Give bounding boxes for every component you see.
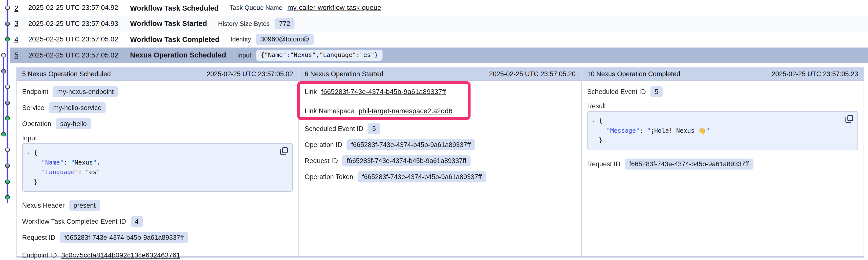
timeline-event-dot[interactable] bbox=[5, 84, 10, 89]
panel-nexus-operation-started: 6 Nexus Operation Started 2025-02-25 UTC… bbox=[299, 67, 582, 256]
field-value-badge: say-hello bbox=[56, 118, 91, 129]
timeline-event-dot[interactable] bbox=[1, 69, 6, 74]
event-name: Nexus Operation Scheduled bbox=[130, 51, 226, 59]
event-attr-label: Input bbox=[237, 51, 251, 58]
event-attr-label: History Size Bytes bbox=[218, 20, 270, 27]
field-value-badge: f665283f-743e-4374-b45b-9a61a89337ff bbox=[342, 155, 471, 166]
event-id-link[interactable]: 4 bbox=[14, 35, 23, 44]
panel-timestamp: 2025-02-25 UTC 23:57:05.20 bbox=[489, 70, 576, 77]
timeline-event-dot[interactable] bbox=[5, 163, 10, 168]
panel-header[interactable]: 5 Nexus Operation Scheduled 2025-02-25 U… bbox=[17, 67, 299, 81]
field-label: Input bbox=[22, 134, 37, 142]
event-attr-label: Task Queue Name bbox=[229, 4, 282, 11]
field-operation-id: Operation ID f665283f-743e-4374-b45b-9a6… bbox=[305, 139, 576, 150]
field-operation: Operation say-hello bbox=[22, 118, 293, 129]
timeline-event-dot[interactable] bbox=[5, 116, 10, 120]
field-service: Service my-hello-service bbox=[22, 102, 293, 113]
field-value-badge: my-nexus-endpoint bbox=[53, 86, 118, 97]
link-value-link[interactable]: f665283f-743e-4374-b45b-9a61a89337ff bbox=[321, 88, 446, 96]
field-label: Endpoint ID bbox=[22, 251, 57, 259]
timeline-event-dot[interactable] bbox=[5, 37, 10, 41]
panel-title: 10 Nexus Operation Completed bbox=[587, 70, 680, 77]
field-label: Scheduled Event ID bbox=[305, 125, 364, 133]
field-label: Workflow Task Completed Event ID bbox=[22, 218, 126, 225]
event-name: Workflow Task Started bbox=[130, 20, 207, 28]
field-label: Endpoint bbox=[22, 88, 49, 96]
panel-body: Link f665283f-743e-4374-b45b-9a61a89337f… bbox=[299, 81, 581, 256]
event-timestamp: 2025-02-25 UTC 23:57:05.02 bbox=[28, 36, 130, 43]
result-payload-viewer: ∨{ "Message": "¡Hola! Nexus 👋" } bbox=[587, 111, 858, 150]
field-endpoint-id: Endpoint ID 3c0c75ccfa8144b092c13ce63246… bbox=[22, 250, 293, 260]
copy-icon[interactable] bbox=[280, 147, 288, 155]
task-queue-link[interactable]: my-caller-workflow-task-queue bbox=[287, 4, 381, 11]
event-id-link[interactable]: 2 bbox=[14, 4, 23, 12]
field-request-id: Request ID f665283f-743e-4374-b45b-9a61a… bbox=[22, 232, 293, 243]
timeline-event-dot[interactable] bbox=[5, 100, 10, 105]
panel-header[interactable]: 6 Nexus Operation Started 2025-02-25 UTC… bbox=[299, 67, 581, 81]
field-endpoint: Endpoint my-nexus-endpoint bbox=[22, 86, 293, 97]
timeline-event-dot[interactable] bbox=[5, 5, 10, 10]
field-label: Service bbox=[22, 104, 44, 111]
field-label: Nexus Header bbox=[22, 202, 65, 210]
event-row[interactable]: 4 2025-02-25 UTC 23:57:05.02 Workflow Ta… bbox=[10, 32, 868, 47]
timeline-event-dot[interactable] bbox=[1, 132, 6, 137]
panel-body: Scheduled Event ID 5 Result ∨{ "Message"… bbox=[582, 81, 864, 256]
panel-nexus-operation-completed: 10 Nexus Operation Completed 2025-02-25 … bbox=[582, 67, 864, 256]
event-attr-value-badge: 30960@totoro@ bbox=[256, 34, 314, 45]
field-value-badge: 4 bbox=[130, 216, 143, 227]
field-value-badge: 5 bbox=[368, 123, 380, 134]
field-wft-completed-event-id: Workflow Task Completed Event ID 4 bbox=[22, 216, 293, 227]
timeline-branch-line bbox=[3, 55, 4, 134]
collapse-chevron-icon[interactable]: ∨ bbox=[27, 148, 34, 158]
field-label: Link Namespace bbox=[305, 107, 354, 115]
timeline-event-dot[interactable] bbox=[5, 195, 10, 199]
event-group-panels: 5 Nexus Operation Scheduled 2025-02-25 U… bbox=[16, 67, 864, 258]
event-id-link[interactable]: 3 bbox=[14, 20, 23, 28]
field-request-id: Request ID f665283f-743e-4374-b45b-9a61a… bbox=[587, 158, 858, 170]
input-payload-viewer: ∨{ "Name": "Nexus", "Language": "es" } bbox=[22, 143, 293, 192]
field-nexus-header: Nexus Header present bbox=[22, 200, 293, 211]
timeline-event-dot[interactable] bbox=[5, 148, 10, 152]
event-timestamp: 2025-02-25 UTC 23:57:04.93 bbox=[28, 20, 130, 27]
field-label: Request ID bbox=[22, 234, 55, 241]
panel-body: Endpoint my-nexus-endpoint Service my-he… bbox=[17, 81, 299, 260]
field-value-badge: present bbox=[69, 200, 100, 211]
event-input-badge: {"Name":"Nexus","Language":"es"} bbox=[256, 49, 382, 61]
timeline-event-dot[interactable] bbox=[5, 180, 10, 184]
timeline-event-dot[interactable] bbox=[1, 53, 6, 58]
event-timestamp: 2025-02-25 UTC 23:57:04.92 bbox=[28, 4, 130, 11]
collapse-chevron-icon[interactable]: ∨ bbox=[592, 116, 599, 125]
event-row[interactable]: 3 2025-02-25 UTC 23:57:04.93 Workflow Ta… bbox=[10, 16, 868, 32]
copy-icon[interactable] bbox=[845, 115, 853, 123]
event-name: Workflow Task Scheduled bbox=[130, 4, 218, 12]
field-link-namespace: Link Namespace phil-target-namespace2.a2… bbox=[305, 106, 576, 117]
panel-header[interactable]: 10 Nexus Operation Completed 2025-02-25 … bbox=[582, 67, 864, 81]
event-attr-value-badge: 772 bbox=[275, 18, 295, 29]
field-request-id: Request ID f665283f-743e-4374-b45b-9a61a… bbox=[305, 155, 576, 166]
event-history-view: 2 2025-02-25 UTC 23:57:04.92 Workflow Ta… bbox=[0, 0, 868, 260]
field-label: Operation bbox=[22, 120, 52, 127]
event-row-selected[interactable]: 5 2025-02-25 UTC 23:57:05.02 Nexus Opera… bbox=[10, 47, 868, 63]
timeline-event-dot[interactable] bbox=[5, 22, 10, 26]
event-row[interactable]: 2 2025-02-25 UTC 23:57:04.92 Workflow Ta… bbox=[10, 0, 868, 16]
field-operation-token: Operation Token f665283f-743e-4374-b45b-… bbox=[305, 171, 576, 182]
panel-title: 5 Nexus Operation Scheduled bbox=[22, 70, 111, 77]
field-value-badge: f665283f-743e-4374-b45b-9a61a89337ff bbox=[347, 139, 475, 150]
event-id-link[interactable]: 5 bbox=[14, 51, 23, 59]
field-label: Request ID bbox=[305, 157, 338, 164]
panel-title: 6 Nexus Operation Started bbox=[305, 70, 383, 77]
panel-timestamp: 2025-02-25 UTC 23:57:05.02 bbox=[207, 70, 293, 77]
field-label: Operation Token bbox=[305, 173, 353, 181]
field-value-badge: f665283f-743e-4374-b45b-9a61a89337ff bbox=[358, 171, 486, 182]
field-link: Link f665283f-743e-4374-b45b-9a61a89337f… bbox=[305, 86, 576, 97]
panel-nexus-operation-scheduled: 5 Nexus Operation Scheduled 2025-02-25 U… bbox=[17, 67, 299, 256]
field-label: Link bbox=[305, 88, 317, 96]
field-scheduled-event-id: Scheduled Event ID 5 bbox=[305, 123, 576, 134]
field-value-badge: f665283f-743e-4374-b45b-9a61a89337ff bbox=[60, 232, 188, 243]
field-label: Request ID bbox=[587, 160, 620, 168]
endpoint-id-link[interactable]: 3c0c75ccfa8144b092c13ce632463761 bbox=[61, 251, 180, 259]
field-scheduled-event-id: Scheduled Event ID 5 bbox=[587, 86, 858, 97]
field-value-badge: f665283f-743e-4374-b45b-9a61a89337ff bbox=[625, 158, 753, 170]
field-label: Result bbox=[587, 102, 606, 110]
link-namespace-link[interactable]: phil-target-namespace2.a2dd6 bbox=[359, 107, 453, 115]
